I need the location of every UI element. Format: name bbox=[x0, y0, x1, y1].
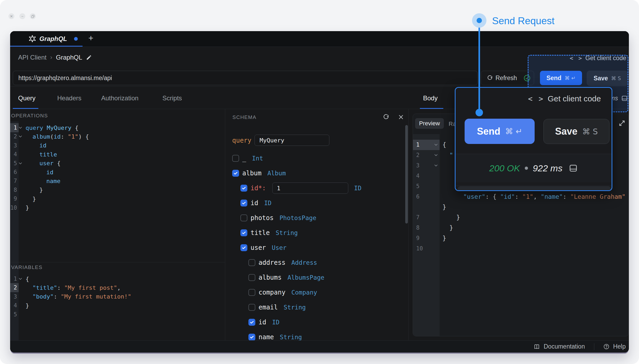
code-line[interactable]: 6"user": { "id": "1", "name": "Leanne Gr… bbox=[413, 192, 629, 202]
schema-label: SCHEMA bbox=[232, 114, 256, 120]
fold-chevron-icon[interactable] bbox=[434, 154, 439, 156]
schema-query-keyword: query bbox=[232, 137, 251, 144]
schema-field-checkbox[interactable] bbox=[240, 214, 247, 221]
panel-layout-icon[interactable] bbox=[621, 95, 628, 102]
line-number: 9 bbox=[14, 196, 17, 202]
send-shortcut: ⌘ ↵ bbox=[565, 75, 576, 81]
minimize-window-icon[interactable]: − bbox=[19, 13, 25, 19]
schema-field-type[interactable]: Album bbox=[267, 170, 286, 177]
schema-field-type[interactable]: String bbox=[284, 304, 306, 311]
schema-field-row: userUser bbox=[225, 242, 408, 253]
schema-field-checkbox[interactable] bbox=[248, 259, 255, 266]
fold-chevron-icon[interactable] bbox=[19, 278, 23, 280]
schema-field-type[interactable]: String bbox=[276, 229, 298, 236]
schema-field-checkbox[interactable] bbox=[248, 319, 255, 326]
tab-body[interactable]: Body bbox=[423, 94, 438, 102]
close-window-icon[interactable]: ✕ bbox=[9, 13, 14, 19]
schema-arg-input[interactable] bbox=[272, 183, 348, 194]
schema-field-type[interactable]: Company bbox=[291, 289, 317, 296]
schema-field-checkbox[interactable] bbox=[240, 244, 247, 251]
schema-field-checkbox[interactable] bbox=[232, 170, 239, 177]
code-line[interactable]: 1query MyQuery { bbox=[10, 123, 225, 132]
code-line[interactable]: 10} bbox=[10, 203, 225, 212]
popup-panel-layout-icon[interactable] bbox=[569, 164, 578, 173]
schema-field-type[interactable]: User bbox=[272, 244, 286, 251]
popup-save-button[interactable]: Save ⌘ S bbox=[543, 119, 609, 144]
fold-chevron-icon[interactable] bbox=[19, 135, 23, 138]
refresh-button[interactable]: Refresh bbox=[481, 71, 534, 85]
schema-field-checkbox[interactable] bbox=[248, 304, 255, 311]
save-button[interactable]: Save ⌘ S bbox=[587, 71, 628, 86]
code-line[interactable]: 4} bbox=[10, 301, 225, 310]
code-line[interactable]: 7name bbox=[10, 176, 225, 185]
schema-field-checkbox[interactable] bbox=[248, 274, 255, 281]
restore-window-icon[interactable] bbox=[30, 13, 36, 19]
fold-chevron-icon[interactable] bbox=[434, 164, 439, 167]
tab-preview[interactable]: Preview bbox=[415, 118, 444, 129]
schema-close-icon[interactable] bbox=[398, 114, 404, 120]
schema-field-type[interactable]: Int bbox=[252, 155, 263, 162]
schema-field-type[interactable]: ID bbox=[264, 200, 272, 206]
breadcrumb-root[interactable]: API Client bbox=[18, 54, 47, 61]
schema-refresh-icon[interactable] bbox=[383, 114, 389, 120]
schema-field-checkbox[interactable] bbox=[232, 155, 239, 162]
code-line[interactable]: 3"body": "My first mutation!" bbox=[10, 292, 225, 301]
code-line[interactable]: 8} bbox=[10, 185, 225, 195]
schema-field-checkbox[interactable] bbox=[248, 334, 255, 340]
code-line[interactable]: 4title bbox=[10, 150, 225, 159]
schema-field-checkbox[interactable] bbox=[248, 289, 255, 296]
operation-name-input[interactable] bbox=[255, 135, 329, 146]
schema-field-type[interactable]: String bbox=[280, 334, 302, 340]
toolbar-separator bbox=[10, 86, 629, 86]
schema-field-type[interactable]: PhotosPage bbox=[280, 214, 316, 221]
code-line[interactable]: 7} bbox=[413, 212, 629, 223]
schema-field-type[interactable]: ID bbox=[354, 185, 362, 192]
schema-field-row: emailString bbox=[225, 302, 408, 313]
schema-field-name: address bbox=[259, 259, 285, 266]
schema-field-checkbox[interactable] bbox=[240, 200, 247, 206]
popup-send-shortcut: ⌘ ↵ bbox=[505, 127, 522, 136]
tab-scripts[interactable]: Scripts bbox=[162, 94, 182, 102]
tab-headers[interactable]: Headers bbox=[57, 94, 81, 102]
popup-get-client-code-link[interactable]: < > Get client code bbox=[528, 94, 601, 103]
code-line[interactable]: 3id bbox=[10, 141, 225, 150]
schema-field-checkbox[interactable] bbox=[240, 185, 247, 192]
code-line[interactable]: 9} bbox=[10, 194, 225, 203]
fold-chevron-icon[interactable] bbox=[434, 144, 439, 146]
code-text: id bbox=[26, 142, 47, 149]
code-text: } bbox=[26, 196, 36, 202]
new-tab-button[interactable]: + bbox=[88, 33, 93, 43]
tab-request-graphql[interactable]: GraphQL bbox=[39, 35, 67, 43]
fold-chevron-icon[interactable] bbox=[19, 127, 23, 129]
code-line[interactable]: 6id bbox=[10, 168, 225, 177]
tab-authorization[interactable]: Authorization bbox=[101, 94, 138, 102]
tab-query[interactable]: Query bbox=[18, 94, 35, 102]
schema-field-checkbox[interactable] bbox=[240, 229, 247, 236]
edit-pencil-icon[interactable] bbox=[86, 55, 92, 60]
documentation-link[interactable]: Documentation bbox=[544, 343, 585, 350]
code-line[interactable]: 2album(id: "1") { bbox=[10, 132, 225, 141]
url-input[interactable] bbox=[13, 71, 478, 85]
screenshot-stage: ✕ − GraphQL + API Client › GraphQL < > G… bbox=[0, 0, 639, 364]
code-line[interactable]: 10 bbox=[413, 243, 629, 254]
help-link[interactable]: Help bbox=[613, 343, 626, 350]
schema-field-row: companyCompany bbox=[225, 287, 408, 298]
code-line[interactable]: 5user { bbox=[10, 159, 225, 168]
line-number: 6 bbox=[14, 169, 17, 175]
active-tab-indicator bbox=[10, 46, 83, 47]
code-line[interactable]: 1{ bbox=[10, 274, 225, 283]
send-button[interactable]: Send ⌘ ↵ bbox=[540, 71, 582, 85]
code-line[interactable]: 2"title": "My first post", bbox=[10, 283, 225, 292]
code-brackets-icon: < > bbox=[570, 55, 583, 61]
popup-send-button[interactable]: Send ⌘ ↵ bbox=[465, 119, 535, 144]
schema-field-type[interactable]: ID bbox=[272, 319, 280, 326]
schema-field-type[interactable]: Address bbox=[291, 259, 317, 266]
code-line[interactable]: 8} bbox=[413, 223, 629, 233]
code-line[interactable]: 5 bbox=[10, 310, 225, 319]
code-line[interactable]: } bbox=[413, 202, 629, 212]
schema-field-type[interactable]: AlbumsPage bbox=[288, 274, 324, 281]
get-client-code-link[interactable]: < > Get client code bbox=[570, 55, 626, 62]
fold-chevron-icon[interactable] bbox=[19, 162, 23, 164]
expand-response-icon[interactable] bbox=[618, 120, 625, 127]
code-line[interactable]: 9} bbox=[413, 233, 629, 243]
